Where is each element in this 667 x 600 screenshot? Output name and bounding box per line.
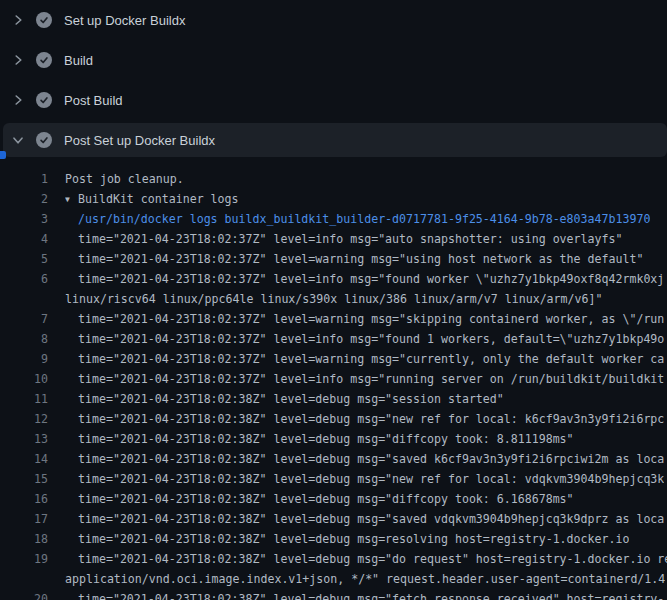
- log-line: 20time="2021-04-23T18:02:38Z" level=debu…: [0, 589, 667, 600]
- log-text: time="2021-04-23T18:02:38Z" level=debug …: [65, 589, 664, 600]
- log-text: time="2021-04-23T18:02:37Z" level=warnin…: [65, 309, 664, 329]
- group-label: BuildKit container logs: [78, 192, 239, 206]
- line-number[interactable]: 11: [0, 389, 48, 409]
- line-number[interactable]: 10: [0, 369, 48, 389]
- log-line: 17time="2021-04-23T18:02:38Z" level=debu…: [0, 509, 667, 529]
- log-text: time="2021-04-23T18:02:38Z" level=debug …: [65, 469, 664, 489]
- chevron-right-icon: [12, 14, 24, 26]
- log-line: 14time="2021-04-23T18:02:38Z" level=debu…: [0, 449, 667, 469]
- log-line: 2▼BuildKit container logs: [0, 189, 667, 209]
- log-line: 12time="2021-04-23T18:02:38Z" level=debu…: [0, 409, 667, 429]
- line-number: [0, 289, 48, 309]
- log-line: 6time="2021-04-23T18:02:37Z" level=info …: [0, 269, 667, 289]
- log-text: time="2021-04-23T18:02:37Z" level=warnin…: [65, 249, 643, 269]
- check-circle-icon: [36, 52, 52, 68]
- log-group-header[interactable]: ▼BuildKit container logs: [65, 189, 239, 209]
- line-number[interactable]: 9: [0, 349, 48, 369]
- line-number[interactable]: 1: [0, 169, 48, 189]
- step-header-build[interactable]: Build: [0, 40, 667, 80]
- chevron-right-icon: [12, 94, 24, 106]
- log-text: time="2021-04-23T18:02:38Z" level=debug …: [65, 449, 664, 469]
- log-line: 15time="2021-04-23T18:02:38Z" level=debu…: [0, 469, 667, 489]
- line-number[interactable]: 6: [0, 269, 48, 289]
- line-number[interactable]: 5: [0, 249, 48, 269]
- line-number[interactable]: 8: [0, 329, 48, 349]
- log-line-continuation: application/vnd.oci.image.index.v1+json,…: [0, 569, 667, 589]
- log-line: 13time="2021-04-23T18:02:38Z" level=debu…: [0, 429, 667, 449]
- chevron-down-icon: [12, 134, 24, 146]
- log-text: time="2021-04-23T18:02:38Z" level=debug …: [65, 489, 574, 509]
- log-text: time="2021-04-23T18:02:38Z" level=debug …: [65, 549, 667, 569]
- log-line: 10time="2021-04-23T18:02:37Z" level=info…: [0, 369, 667, 389]
- log-line: 7time="2021-04-23T18:02:37Z" level=warni…: [0, 309, 667, 329]
- line-number[interactable]: 13: [0, 429, 48, 449]
- log-text: linux/riscv64 linux/ppc64le linux/s390x …: [65, 289, 602, 309]
- check-circle-icon: [36, 12, 52, 28]
- check-circle-icon: [36, 132, 52, 148]
- line-number[interactable]: 20: [0, 589, 48, 600]
- log-text: time="2021-04-23T18:02:38Z" level=debug …: [65, 409, 664, 429]
- line-number[interactable]: 19: [0, 549, 48, 569]
- log-line: 1Post job cleanup.: [0, 169, 667, 189]
- step-label: Set up Docker Buildx: [64, 13, 185, 28]
- line-number[interactable]: 15: [0, 469, 48, 489]
- log-viewer: 1Post job cleanup.2▼BuildKit container l…: [0, 160, 667, 600]
- log-text: Post job cleanup.: [65, 169, 184, 189]
- line-number[interactable]: 3: [0, 209, 48, 229]
- step-header-set-up-docker-buildx[interactable]: Set up Docker Buildx: [0, 0, 667, 40]
- focus-ring-fragment: [0, 151, 6, 159]
- log-text: time="2021-04-23T18:02:38Z" level=debug …: [65, 389, 504, 409]
- step-label: Post Build: [64, 93, 123, 108]
- check-circle-icon: [36, 92, 52, 108]
- log-line: 4time="2021-04-23T18:02:37Z" level=info …: [0, 229, 667, 249]
- line-number[interactable]: 4: [0, 229, 48, 249]
- log-text: time="2021-04-23T18:02:38Z" level=debug …: [65, 429, 574, 449]
- line-number[interactable]: 12: [0, 409, 48, 429]
- line-number[interactable]: 16: [0, 489, 48, 509]
- log-line: 5time="2021-04-23T18:02:37Z" level=warni…: [0, 249, 667, 269]
- step-header-post-build[interactable]: Post Build: [0, 80, 667, 120]
- log-line: 11time="2021-04-23T18:02:38Z" level=debu…: [0, 389, 667, 409]
- log-text: time="2021-04-23T18:02:38Z" level=debug …: [65, 509, 664, 529]
- line-number[interactable]: 17: [0, 509, 48, 529]
- log-text: time="2021-04-23T18:02:37Z" level=info m…: [65, 329, 664, 349]
- log-line: 16time="2021-04-23T18:02:38Z" level=debu…: [0, 489, 667, 509]
- step-header-post-set-up-docker-buildx[interactable]: Post Set up Docker Buildx: [3, 123, 667, 157]
- line-number[interactable]: 2: [0, 189, 48, 209]
- log-line: 19time="2021-04-23T18:02:38Z" level=debu…: [0, 549, 667, 569]
- group-collapse-triangle-icon[interactable]: ▼: [65, 190, 78, 210]
- line-number[interactable]: 18: [0, 529, 48, 549]
- log-text: time="2021-04-23T18:02:37Z" level=info m…: [65, 369, 664, 389]
- log-text: time="2021-04-23T18:02:37Z" level=info m…: [65, 269, 664, 289]
- step-label: Post Set up Docker Buildx: [64, 133, 215, 148]
- chevron-right-icon: [12, 54, 24, 66]
- log-text: time="2021-04-23T18:02:38Z" level=debug …: [65, 529, 629, 549]
- log-line: 8time="2021-04-23T18:02:37Z" level=info …: [0, 329, 667, 349]
- log-line: 9time="2021-04-23T18:02:37Z" level=warni…: [0, 349, 667, 369]
- command-text: /usr/bin/docker logs buildx_buildkit_bui…: [65, 209, 650, 229]
- log-text: time="2021-04-23T18:02:37Z" level=info m…: [65, 229, 622, 249]
- step-label: Build: [64, 53, 93, 68]
- log-line: 3/usr/bin/docker logs buildx_buildkit_bu…: [0, 209, 667, 229]
- line-number: [0, 569, 48, 589]
- log-text: application/vnd.oci.image.index.v1+json,…: [65, 569, 665, 589]
- line-number[interactable]: 7: [0, 309, 48, 329]
- line-number[interactable]: 14: [0, 449, 48, 469]
- log-text: time="2021-04-23T18:02:37Z" level=warnin…: [65, 349, 664, 369]
- step-list: Set up Docker BuildxBuildPost BuildPost …: [0, 0, 667, 160]
- log-line-continuation: linux/riscv64 linux/ppc64le linux/s390x …: [0, 289, 667, 309]
- log-line: 18time="2021-04-23T18:02:38Z" level=debu…: [0, 529, 667, 549]
